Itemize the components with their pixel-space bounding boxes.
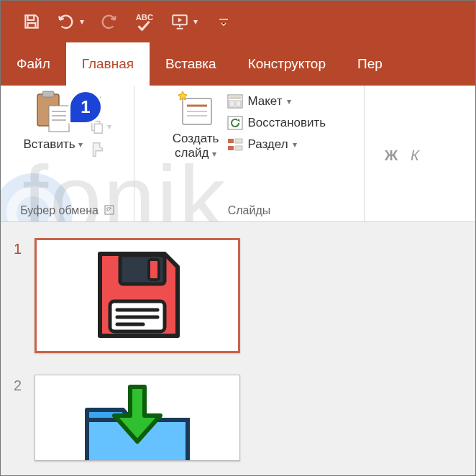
svg-rect-18 — [229, 96, 241, 99]
tab-insert[interactable]: Вставка — [150, 42, 232, 86]
layout-icon — [227, 94, 243, 109]
group-slides-label: Слайды — [228, 204, 271, 217]
svg-rect-27 — [149, 260, 159, 280]
italic-button[interactable]: К — [411, 147, 419, 164]
svg-rect-11 — [94, 124, 102, 133]
group-font: Ж К — [365, 86, 439, 221]
bold-button[interactable]: Ж — [385, 147, 398, 164]
floppy-disk-icon — [87, 245, 188, 346]
group-slides: Создать слайд ▾ Макет▾ Восстановить Разд… — [134, 86, 365, 221]
tab-design[interactable]: Конструктор — [232, 42, 342, 86]
reset-icon — [227, 116, 243, 130]
svg-rect-23 — [228, 146, 234, 150]
section-label: Раздел — [247, 137, 288, 152]
new-slide-button[interactable]: Создать слайд ▾ — [173, 90, 219, 161]
svg-rect-22 — [228, 139, 234, 143]
ribbon-tabs: Файл Главная Вставка Конструктор Пер — [1, 42, 475, 86]
spelling-icon[interactable]: ABC — [133, 11, 155, 32]
section-icon — [227, 137, 243, 152]
thumbnail-list: 1 2 — [1, 222, 274, 476]
tab-home[interactable]: Главная — [66, 42, 150, 86]
redo-icon[interactable] — [99, 12, 119, 31]
clipboard-icon — [33, 90, 73, 134]
format-painter-icon[interactable] — [88, 142, 111, 160]
svg-rect-20 — [236, 101, 241, 106]
thumbnail-row: 1 — [14, 238, 274, 353]
callout-badge: 1 — [68, 90, 103, 124]
svg-text:ABC: ABC — [136, 13, 153, 22]
svg-rect-24 — [235, 139, 242, 143]
slide-thumbnail-2[interactable] — [35, 375, 240, 461]
group-clipboard: Вставить▾ ▾ Буфер обмена — [1, 86, 134, 221]
thumbnail-row: 2 — [14, 375, 274, 461]
thumbnail-number: 1 — [14, 238, 22, 257]
section-button[interactable]: Раздел▾ — [227, 137, 326, 152]
reset-button[interactable]: Восстановить — [227, 116, 326, 130]
group-clipboard-label: Буфер обмена — [20, 204, 99, 217]
svg-rect-3 — [42, 91, 54, 97]
save-icon[interactable] — [22, 12, 41, 31]
thumbnail-number: 2 — [14, 375, 22, 394]
quick-access-toolbar: ▾ ABC ▾ — [1, 1, 475, 42]
svg-rect-4 — [49, 106, 69, 132]
paste-label: Вставить — [23, 137, 75, 152]
slide-thumbnail-1[interactable] — [35, 238, 240, 353]
svg-rect-21 — [228, 116, 242, 129]
svg-rect-25 — [235, 146, 242, 150]
tab-transitions[interactable]: Пер — [342, 42, 398, 86]
customize-qat-icon[interactable] — [218, 16, 229, 27]
start-slideshow-icon[interactable]: ▾ — [169, 12, 198, 31]
folder-download-icon — [73, 381, 202, 461]
new-slide-icon — [175, 90, 216, 130]
reset-label: Восстановить — [247, 116, 326, 130]
slide-panel: 1 2 — [1, 222, 475, 476]
layout-button[interactable]: Макет▾ — [227, 94, 326, 109]
svg-rect-19 — [229, 101, 234, 106]
tab-file[interactable]: Файл — [1, 42, 66, 86]
clipboard-dialog-launcher-icon[interactable] — [104, 205, 114, 217]
undo-icon[interactable]: ▾ — [55, 12, 84, 31]
layout-label: Макет — [247, 94, 282, 109]
